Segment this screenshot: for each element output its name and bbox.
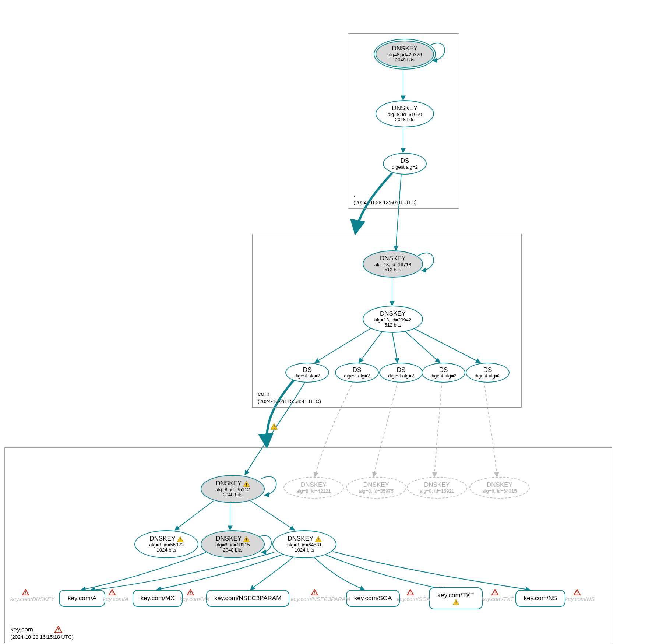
svg-text:!: ! — [246, 482, 247, 487]
node-line2: alg=8, id=64531 — [287, 542, 321, 548]
node-line2: alg=8, id=61050 — [388, 112, 422, 117]
node-line3: 512 bits — [384, 267, 401, 272]
node-line2: alg=8, id=35975 — [359, 489, 393, 494]
rr-txt-label: key.com/TXT — [438, 592, 474, 599]
svg-text:!: ! — [25, 591, 27, 595]
zone-com-name: com — [258, 390, 269, 398]
rr-soa[interactable]: key.com/SOA — [346, 590, 400, 607]
node-line3: 2048 bits — [395, 117, 415, 122]
node-title: DNSKEY — [216, 480, 242, 487]
node-com-ds5[interactable]: DS digest alg=2 — [466, 363, 510, 383]
node-key-ghost4[interactable]: DNSKEY alg=8, id=64315 — [469, 477, 530, 499]
error-icon: ! — [407, 589, 414, 595]
node-title: DS — [439, 367, 448, 374]
zone-root-time: (2024-10-28 13:50:01 UTC) — [353, 200, 417, 205]
node-line2: alg=8, id=20326 — [388, 52, 422, 57]
node-key-k3[interactable]: DNSKEY ! alg=8, id=18215 2048 bits — [201, 530, 265, 558]
node-root-ds[interactable]: DS digest alg=2 — [383, 153, 427, 175]
error-icon: ! — [574, 589, 581, 595]
svg-text:!: ! — [577, 591, 578, 595]
zone-key-name: key.com — [10, 626, 33, 633]
node-line2: alg=8, id=64315 — [482, 489, 517, 494]
node-root-zsk[interactable]: DNSKEY alg=8, id=61050 2048 bits — [376, 100, 434, 127]
node-title: DS — [483, 367, 492, 374]
node-com-ksk[interactable]: DNSKEY alg=13, id=19718 512 bits — [363, 250, 423, 278]
zone-root-name: . — [353, 191, 355, 199]
warning-icon: ! — [177, 536, 183, 542]
node-line2: digest alg=2 — [475, 373, 500, 379]
node-line2: alg=8, id=56923 — [149, 542, 183, 548]
node-com-ds4[interactable]: DS digest alg=2 — [422, 363, 465, 383]
node-line2: alg=8, id=25112 — [215, 487, 250, 492]
svg-text:!: ! — [112, 591, 113, 595]
node-com-ds1[interactable]: DS digest alg=2 — [285, 363, 329, 383]
node-key-ghost1[interactable]: DNSKEY alg=8, id=42121 — [283, 477, 344, 499]
node-line2: digest alg=2 — [392, 165, 417, 170]
node-line3: 1024 bits — [295, 548, 314, 553]
node-title: DS — [401, 158, 409, 165]
error-icon: ! — [491, 589, 498, 595]
ghost-n3: key.com/NSEC3PARAM — [291, 596, 350, 602]
node-title: DNSKEY — [392, 105, 418, 112]
node-root-ksk[interactable]: DNSKEY alg=8, id=20326 2048 bits — [376, 41, 434, 68]
svg-text:!: ! — [410, 591, 411, 595]
warning-icon: ! — [315, 536, 321, 542]
svg-text:!: ! — [317, 538, 319, 542]
svg-text:!: ! — [246, 538, 247, 542]
node-line2: digest alg=2 — [294, 373, 320, 379]
ghost-ns: key.com/NS — [565, 596, 595, 602]
error-icon: ! — [22, 589, 29, 595]
rr-a[interactable]: key.com/A — [59, 590, 105, 607]
warning-icon: ! — [271, 423, 278, 430]
error-icon: ! — [311, 589, 318, 595]
warning-icon: ! — [243, 481, 250, 487]
node-com-ds3[interactable]: DS digest alg=2 — [379, 363, 423, 383]
node-com-zsk[interactable]: DNSKEY alg=13, id=29942 512 bits — [363, 306, 423, 333]
rr-n3[interactable]: key.com/NSEC3PARAM — [206, 590, 289, 607]
zone-key-time: (2024-10-28 16:15:18 UTC) — [10, 634, 74, 640]
warning-icon: ! — [453, 599, 459, 605]
zone-com-time: (2024-10-28 15:54:41 UTC) — [258, 398, 321, 404]
node-line2: alg=13, id=19718 — [374, 262, 411, 267]
node-title: DNSKEY — [363, 482, 389, 489]
rr-mx[interactable]: key.com/MX — [133, 590, 183, 607]
node-key-k2[interactable]: DNSKEY ! alg=8, id=56923 1024 bits — [134, 530, 198, 558]
node-title: DNSKEY — [216, 535, 242, 542]
svg-text:!: ! — [314, 591, 316, 595]
node-line3: 2048 bits — [223, 548, 243, 553]
warning-icon: ! — [243, 536, 250, 542]
ghost-dnskey: key.com/DNSKEY — [10, 596, 55, 602]
node-title: DS — [303, 367, 312, 374]
node-key-ghost3[interactable]: DNSKEY alg=8, id=16921 — [407, 477, 467, 499]
node-line3: 2048 bits — [223, 492, 243, 497]
node-com-ds2[interactable]: DS digest alg=2 — [335, 363, 379, 383]
node-title: DS — [397, 367, 406, 374]
ghost-soa: key.com/SOA — [397, 596, 430, 602]
node-line2: alg=8, id=16921 — [420, 489, 454, 494]
node-title: DNSKEY — [288, 535, 313, 542]
node-title: DNSKEY — [301, 482, 327, 489]
node-line2: digest alg=2 — [388, 373, 414, 379]
node-key-ghost2[interactable]: DNSKEY alg=8, id=35975 — [346, 477, 406, 499]
ghost-a: key.com/A — [103, 596, 128, 602]
ghost-txt: key.com/TXT — [482, 596, 514, 602]
error-icon: ! — [109, 589, 116, 595]
svg-text:!: ! — [455, 601, 457, 605]
node-line2: alg=8, id=18215 — [215, 542, 250, 548]
node-key-k4[interactable]: DNSKEY ! alg=8, id=64531 1024 bits — [272, 530, 336, 558]
node-title: DNSKEY — [380, 255, 406, 262]
node-title: DNSKEY — [487, 482, 512, 489]
node-line2: digest alg=2 — [430, 373, 456, 379]
svg-text:!: ! — [494, 591, 496, 595]
svg-text:!: ! — [274, 425, 275, 430]
svg-text:!: ! — [190, 591, 191, 595]
node-title: DNSKEY — [380, 310, 406, 317]
rr-txt[interactable]: key.com/TXT ! — [429, 587, 483, 609]
node-key-ksk[interactable]: DNSKEY ! alg=8, id=25112 2048 bits — [201, 475, 265, 503]
node-title: DNSKEY — [392, 45, 418, 52]
rr-ns[interactable]: key.com/NS — [515, 590, 565, 607]
node-line2: alg=8, id=42121 — [296, 489, 331, 494]
node-line3: 1024 bits — [157, 548, 176, 553]
node-line3: 2048 bits — [395, 57, 415, 63]
node-line3: 512 bits — [384, 323, 401, 328]
